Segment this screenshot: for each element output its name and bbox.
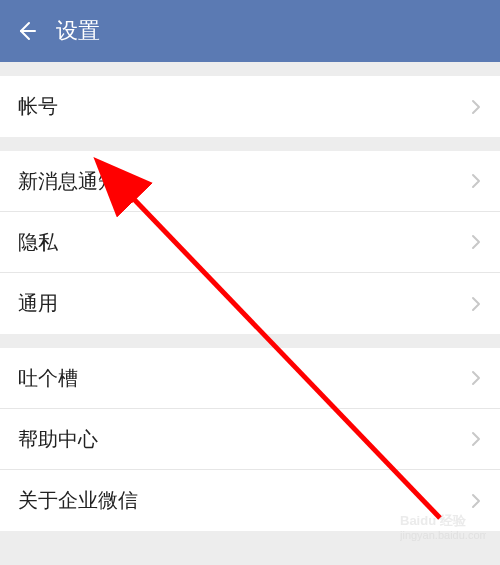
list-group: 吐个槽帮助中心关于企业微信: [0, 348, 500, 531]
page-title: 设置: [56, 16, 100, 46]
back-button[interactable]: [14, 19, 38, 43]
item-label: 通用: [18, 290, 58, 317]
section-gap: [0, 334, 500, 348]
chevron-right-icon: [470, 372, 482, 384]
item-label: 帐号: [18, 93, 58, 120]
list-group: 新消息通知隐私通用: [0, 151, 500, 334]
list-item-account[interactable]: 帐号: [0, 76, 500, 137]
list-item-privacy[interactable]: 隐私: [0, 212, 500, 273]
chevron-right-icon: [470, 101, 482, 113]
chevron-right-icon: [470, 433, 482, 445]
chevron-right-icon: [470, 495, 482, 507]
item-label: 吐个槽: [18, 365, 78, 392]
list-item-notifications[interactable]: 新消息通知: [0, 151, 500, 212]
list-group: 帐号: [0, 76, 500, 137]
arrow-left-icon: [14, 19, 38, 43]
list-item-feedback[interactable]: 吐个槽: [0, 348, 500, 409]
chevron-right-icon: [470, 298, 482, 310]
section-gap: [0, 62, 500, 76]
list-item-help[interactable]: 帮助中心: [0, 409, 500, 470]
header-bar: 设置: [0, 0, 500, 62]
item-label: 关于企业微信: [18, 487, 138, 514]
list-item-about[interactable]: 关于企业微信: [0, 470, 500, 531]
section-gap: [0, 137, 500, 151]
chevron-right-icon: [470, 175, 482, 187]
list-item-general[interactable]: 通用: [0, 273, 500, 334]
chevron-right-icon: [470, 236, 482, 248]
settings-list: 帐号新消息通知隐私通用吐个槽帮助中心关于企业微信: [0, 62, 500, 531]
item-label: 隐私: [18, 229, 58, 256]
item-label: 新消息通知: [18, 168, 118, 195]
item-label: 帮助中心: [18, 426, 98, 453]
